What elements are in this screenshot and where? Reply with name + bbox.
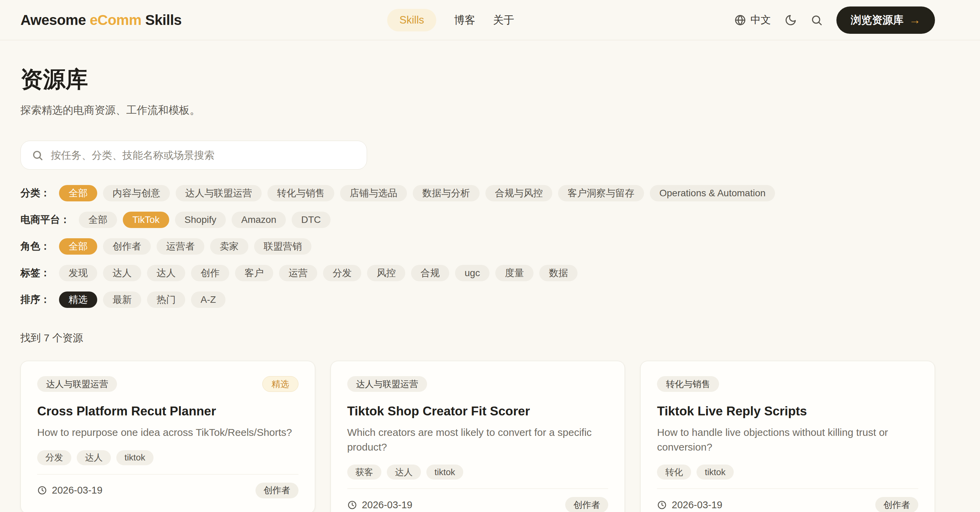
resource-cards-grid: 达人与联盟运营 精选 Cross Platform Recut Planner … (21, 361, 935, 512)
card-header: 转化与销售 (657, 376, 918, 392)
resource-card[interactable]: 达人与联盟运营 Tiktok Shop Creator Fit Scorer W… (331, 361, 625, 512)
filter-label: 排序： (21, 293, 50, 306)
filter-pill[interactable]: 全部 (79, 212, 117, 228)
filter-pill[interactable]: 客户洞察与留存 (558, 185, 644, 201)
card-description: How to repurpose one idea across TikTok/… (37, 425, 299, 440)
filter-pill[interactable]: 数据与分析 (413, 185, 480, 201)
resource-card[interactable]: 达人与联盟运营 精选 Cross Platform Recut Planner … (21, 361, 315, 512)
main-content: 资源库 探索精选的电商资源、工作流和模板。 分类： 全部内容与创意达人与联盟运营… (0, 40, 980, 512)
card-divider (657, 488, 918, 489)
resource-card[interactable]: 转化与销售 Tiktok Live Reply Scripts How to h… (640, 361, 935, 512)
filter-pill[interactable]: 全部 (59, 238, 97, 255)
filter-pill[interactable]: 客户 (235, 265, 273, 281)
theme-toggle-button[interactable] (784, 14, 797, 26)
filter-pill[interactable]: 分发 (323, 265, 361, 281)
search-input[interactable] (51, 150, 356, 161)
card-date: 2026-03-19 (657, 499, 722, 510)
filter-pill[interactable]: Amazon (232, 212, 286, 228)
card-date: 2026-03-19 (37, 485, 102, 496)
card-divider (37, 474, 299, 474)
filter-pill[interactable]: 店铺与选品 (340, 185, 407, 201)
card-category-badge: 达人与联盟运营 (37, 376, 117, 392)
filter-pill[interactable]: 运营 (279, 265, 317, 281)
filter-pill[interactable]: 达人 (147, 265, 185, 281)
filter-pill[interactable]: 达人 (103, 265, 141, 281)
filter-pill[interactable]: DTC (292, 212, 331, 228)
filter-pill[interactable]: 转化与销售 (267, 185, 334, 201)
card-date-text: 2026-03-19 (362, 499, 412, 510)
card-tags: 获客达人tiktok (347, 464, 609, 480)
filter-pill[interactable]: 精选 (59, 292, 97, 308)
card-date: 2026-03-19 (347, 499, 412, 510)
language-switch[interactable]: 中文 (734, 13, 771, 27)
card-header: 达人与联盟运营 精选 (37, 376, 299, 392)
card-description: Which creators are most likely to conver… (347, 425, 609, 454)
filter-pill[interactable]: 数据 (539, 265, 578, 281)
filter-pill[interactable]: 风控 (367, 265, 405, 281)
filter-pill[interactable]: ugc (455, 265, 490, 281)
filter-pill[interactable]: 卖家 (210, 238, 248, 255)
filter-pill[interactable]: Shopify (175, 212, 226, 228)
page-subtitle: 探索精选的电商资源、工作流和模板。 (21, 103, 935, 117)
filter-row: 分类： 全部内容与创意达人与联盟运营转化与销售店铺与选品数据与分析合规与风控客户… (21, 185, 935, 201)
filter-pill[interactable]: 创作者 (103, 238, 151, 255)
filter-pill[interactable]: 运营者 (157, 238, 204, 255)
card-divider (347, 488, 609, 489)
card-meta: 2026-03-19 创作者 (657, 497, 918, 512)
card-tag: 转化 (657, 464, 691, 480)
card-role-badge: 创作者 (875, 497, 918, 512)
card-tags: 分发达人tiktok (37, 450, 299, 465)
filter-pill[interactable]: 度量 (495, 265, 533, 281)
clock-icon (657, 500, 667, 510)
filter-pill-group: 全部内容与创意达人与联盟运营转化与销售店铺与选品数据与分析合规与风控客户洞察与留… (59, 185, 775, 201)
card-tags: 转化tiktok (657, 464, 918, 480)
card-date-text: 2026-03-19 (52, 485, 102, 496)
filter-pill[interactable]: A-Z (191, 292, 226, 308)
filter-pill[interactable]: 创作 (191, 265, 229, 281)
search-button[interactable] (810, 14, 823, 26)
filter-pill-group: 精选最新热门A-Z (59, 292, 226, 308)
card-title: Tiktok Shop Creator Fit Scorer (347, 404, 609, 418)
card-category-badge: 转化与销售 (657, 376, 719, 392)
filter-pill[interactable]: 合规 (411, 265, 449, 281)
globe-icon (734, 14, 746, 26)
nav-link[interactable]: 关于 (493, 13, 514, 27)
cta-label: 浏览资源库 (851, 13, 904, 27)
filter-label: 分类： (21, 187, 50, 200)
logo-accent: eComm (90, 12, 142, 28)
featured-badge: 精选 (262, 376, 299, 392)
card-tag: 获客 (347, 464, 381, 480)
filter-pill[interactable]: 全部 (59, 185, 97, 201)
logo-part2: Skills (142, 12, 182, 28)
filter-pill[interactable]: Operations & Automation (650, 185, 775, 201)
filter-pill-group: 全部TikTokShopifyAmazonDTC (79, 212, 331, 228)
card-meta: 2026-03-19 创作者 (37, 483, 299, 498)
card-title: Cross Platform Recut Planner (37, 404, 299, 418)
filter-pill-group: 全部创作者运营者卖家联盟营销 (59, 238, 312, 255)
browse-library-button[interactable]: 浏览资源库 → (837, 6, 935, 34)
resource-search-bar[interactable] (21, 140, 367, 170)
filter-pill[interactable]: 发现 (59, 265, 97, 281)
card-role-badge: 创作者 (565, 497, 608, 512)
card-tag: 达人 (77, 450, 111, 465)
search-icon (32, 150, 43, 161)
arrow-right-icon: → (909, 13, 921, 27)
nav-link[interactable]: Skills (387, 9, 436, 31)
main-nav: Skills 博客 关于 (387, 0, 514, 40)
filter-row: 排序： 精选最新热门A-Z (21, 292, 935, 308)
filters-section: 分类： 全部内容与创意达人与联盟运营转化与销售店铺与选品数据与分析合规与风控客户… (21, 185, 935, 308)
filter-pill[interactable]: 合规与风控 (485, 185, 552, 201)
filter-pill[interactable]: 达人与联盟运营 (176, 185, 262, 201)
results-count: 找到 7 个资源 (21, 331, 935, 345)
card-tag: tiktok (697, 464, 734, 480)
nav-link[interactable]: 博客 (454, 13, 475, 27)
logo-part1: Awesome (21, 12, 90, 28)
filter-pill[interactable]: 最新 (103, 292, 141, 308)
filter-pill[interactable]: 联盟营销 (254, 238, 312, 255)
filter-pill[interactable]: TikTok (123, 212, 169, 228)
card-category-badge: 达人与联盟运营 (347, 376, 427, 392)
filter-row: 角色： 全部创作者运营者卖家联盟营销 (21, 238, 935, 255)
filter-pill[interactable]: 热门 (147, 292, 185, 308)
site-logo[interactable]: Awesome eComm Skills (21, 12, 181, 28)
filter-pill[interactable]: 内容与创意 (103, 185, 170, 201)
